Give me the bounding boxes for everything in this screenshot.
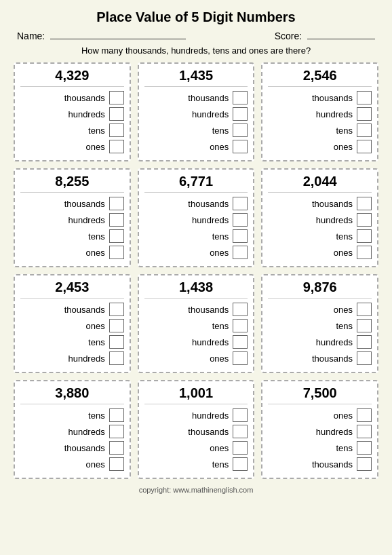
answer-box[interactable] [109,425,124,438]
card-6: 2,044thousandshundredstensones [261,168,378,267]
answer-box[interactable] [109,303,124,316]
answer-box[interactable] [357,123,372,137]
answer-box[interactable] [357,425,372,438]
place-row: ones [20,140,124,153]
place-label: ones [20,459,109,470]
answer-box[interactable] [233,425,248,438]
answer-box[interactable] [109,140,124,153]
place-row: tens [144,457,248,471]
place-row: thousands [20,197,124,210]
place-label: hundreds [144,337,233,347]
answer-box[interactable] [357,408,372,422]
card-8: 1,438thousandstenshundredsones [138,274,255,373]
answer-box[interactable] [109,351,124,365]
answer-box[interactable] [357,107,372,121]
score-line[interactable] [307,39,375,39]
answer-box[interactable] [357,246,372,259]
name-line[interactable] [50,39,186,39]
card-number-3: 2,546 [268,68,372,87]
place-row: thousands [20,441,124,455]
answer-box[interactable] [109,197,124,210]
cards-grid: 4,329thousandshundredstensones1,435thous… [10,62,382,479]
place-label: thousands [144,305,233,315]
place-row: hundreds [20,351,124,365]
answer-box[interactable] [233,457,248,471]
place-label: thousands [268,93,357,103]
answer-box[interactable] [233,197,248,210]
place-label: tens [20,410,109,421]
card-10: 3,880tenshundredsthousandsones [14,380,131,479]
answer-box[interactable] [357,457,372,471]
place-label: hundreds [144,410,233,421]
place-row: ones [268,140,372,153]
place-label: thousands [268,459,357,470]
copyright: copyright: www.mathinenglish.com [10,486,382,494]
answer-box[interactable] [233,441,248,455]
answer-box[interactable] [357,140,372,153]
answer-box[interactable] [109,213,124,227]
answer-box[interactable] [109,123,124,137]
card-number-2: 1,435 [144,68,248,87]
place-row: tens [268,441,372,455]
answer-box[interactable] [109,107,124,121]
answer-box[interactable] [109,408,124,422]
place-row: ones [20,319,124,332]
answer-box[interactable] [233,246,248,259]
instruction: How many thousands, hundreds, tens and o… [10,45,382,56]
answer-box[interactable] [233,303,248,316]
place-row: hundreds [144,107,248,121]
answer-box[interactable] [233,107,248,121]
answer-box[interactable] [233,229,248,243]
answer-box[interactable] [233,408,248,422]
place-row: ones [20,457,124,471]
place-label: hundreds [144,109,233,119]
answer-box[interactable] [357,229,372,243]
card-number-12: 7,500 [268,385,372,404]
answer-box[interactable] [357,335,372,349]
answer-box[interactable] [109,91,124,104]
place-row: tens [144,123,248,137]
place-row: thousands [268,197,372,210]
place-label: tens [268,321,357,331]
answer-box[interactable] [357,441,372,455]
answer-box[interactable] [233,335,248,349]
place-row: ones [268,303,372,316]
place-label: hundreds [20,215,109,225]
answer-box[interactable] [233,213,248,227]
answer-box[interactable] [233,123,248,137]
place-label: ones [144,443,233,453]
card-9: 9,876onestenshundredsthousands [261,274,378,373]
place-row: tens [20,229,124,243]
answer-box[interactable] [109,457,124,471]
place-row: ones [144,351,248,365]
answer-box[interactable] [357,303,372,316]
answer-box[interactable] [233,319,248,332]
answer-box[interactable] [357,351,372,365]
place-label: tens [144,459,233,470]
place-row: hundreds [268,335,372,349]
card-11: 1,001hundredsthousandsonestens [138,380,255,479]
answer-box[interactable] [233,351,248,365]
answer-box[interactable] [109,335,124,349]
place-label: ones [144,353,233,364]
place-row: thousands [144,303,248,316]
place-label: thousands [20,199,109,209]
place-label: thousands [20,93,109,103]
answer-box[interactable] [233,91,248,104]
answer-box[interactable] [357,91,372,104]
answer-box[interactable] [109,246,124,259]
answer-box[interactable] [109,319,124,332]
place-label: thousands [20,443,109,453]
answer-box[interactable] [357,197,372,210]
card-2: 1,435thousandshundredstensones [138,62,255,161]
answer-box[interactable] [109,229,124,243]
answer-box[interactable] [357,213,372,227]
card-4: 8,255thousandshundredstensones [14,168,131,267]
place-label: tens [20,337,109,347]
answer-box[interactable] [109,441,124,455]
place-row: tens [20,408,124,422]
answer-box[interactable] [233,140,248,153]
answer-box[interactable] [357,319,372,332]
place-label: tens [268,443,357,453]
place-label: thousands [20,305,109,315]
